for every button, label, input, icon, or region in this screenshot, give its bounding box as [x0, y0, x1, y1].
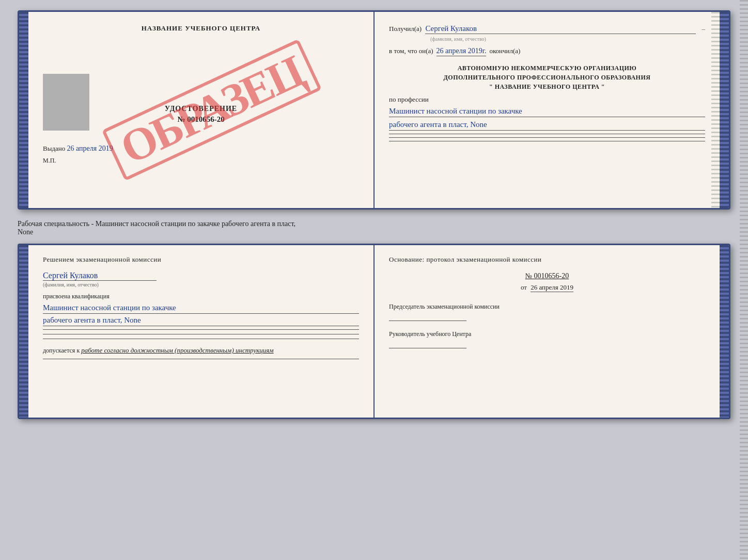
bottom-sep2 — [43, 334, 359, 334]
dopusk-value: работе согласно должностным (производств… — [81, 346, 273, 354]
osnovanie-label: Основание: протокол экзаменационной коми… — [389, 255, 705, 264]
ot-label: от — [521, 283, 527, 291]
dopusk-row: допускается к работе согласно должностны… — [43, 346, 359, 355]
separator1 — [389, 134, 705, 134]
top-document: НАЗВАНИЕ УЧЕБНОГО ЦЕНТРА ОБРАЗЕЦ УДОСТОВ… — [18, 10, 730, 210]
vtom-row: в том, что он(а) 26 апреля 2019г. окончи… — [389, 47, 705, 56]
bottom-number: № 0010656-20 — [389, 272, 705, 280]
bottom-date-row: от 26 апреля 2019 — [389, 283, 705, 292]
bottom-right-page: Основание: протокол экзаменационной коми… — [375, 245, 720, 418]
bottom-sep3 — [43, 339, 359, 339]
bottom-profession-line2: рабочего агента в пласт, None — [43, 316, 359, 326]
rukovoditel-sig-line — [389, 348, 466, 348]
cert-number: № 0010656-20 — [43, 115, 359, 124]
bottom-sep4 — [43, 359, 359, 359]
udostoverenie-label: УДОСТОВЕРЕНИЕ — [43, 105, 359, 113]
org-line1: АВТОНОМНУЮ НЕКОММЕРЧЕСКУЮ ОРГАНИЗАЦИЮ — [389, 63, 705, 73]
mp-label: М.П. — [43, 157, 359, 165]
po-professii-label: по профессии — [389, 95, 705, 104]
top-right-page: Получил(а) Сергей Кулаков – (фамилия, им… — [375, 12, 720, 208]
cert-school-name: НАЗВАНИЕ УЧЕБНОГО ЦЕНТРА — [43, 24, 359, 33]
org-line3: " НАЗВАНИЕ УЧЕБНОГО ЦЕНТРА " — [389, 82, 705, 91]
vydano-row: Выдано 26 апреля 2019 — [43, 145, 359, 153]
vydano-date: 26 апреля 2019 — [67, 145, 113, 152]
predsedatel-label: Председатель экзаменационной комиссии — [389, 302, 705, 311]
top-left-page: НАЗВАНИЕ УЧЕБНОГО ЦЕНТРА ОБРАЗЕЦ УДОСТОВ… — [28, 12, 375, 208]
profession-line1: Машинист насосной станции по закачке — [389, 107, 705, 117]
bottom-left-border — [19, 245, 28, 418]
vtom-date: 26 апреля 2019г. — [437, 47, 487, 56]
poluchil-name: Сергей Кулаков — [425, 24, 695, 34]
ot-date: 26 апреля 2019 — [531, 283, 573, 292]
bottom-left-page: Решением экзаменационной комиссии Сергей… — [28, 245, 375, 418]
right-border-decoration — [720, 12, 729, 208]
bottom-profession-line1: Машинист насосной станции по закачке — [43, 303, 359, 314]
right-edge-decoration — [711, 12, 720, 208]
between-line2: None — [18, 228, 730, 236]
separator3 — [389, 141, 705, 141]
bottom-name: Сергей Кулаков — [43, 271, 157, 281]
profession-line2: рабочего агента в пласт, None — [389, 120, 705, 131]
resheniem-label: Решением экзаменационной комиссии — [43, 255, 359, 264]
familiya-hint: (фамилия, имя, отчество) — [430, 36, 705, 42]
org-name-block: АВТОНОМНУЮ НЕКОММЕРЧЕСКУЮ ОРГАНИЗАЦИЮ ДО… — [389, 63, 705, 91]
poluchil-label: Получил(а) — [389, 25, 422, 33]
vtom-label: в том, что он(а) — [389, 47, 433, 55]
bottom-right-border — [720, 245, 729, 418]
vydano-label: Выдано — [43, 145, 65, 152]
predsedatel-sig-line — [389, 321, 466, 321]
bottom-familiya-hint: (фамилия, имя, отчество) — [43, 282, 359, 287]
separator2 — [389, 137, 705, 138]
dopusk-label: допускается к — [43, 347, 80, 354]
poluchil-row: Получил(а) Сергей Кулаков – — [389, 24, 705, 34]
between-line1: Рабочая специальность - Машинист насосно… — [18, 220, 730, 228]
photo-placeholder — [43, 74, 89, 131]
rukovoditel-label: Руководитель учебного Центра — [389, 329, 705, 339]
bottom-document: Решением экзаменационной комиссии Сергей… — [18, 244, 730, 419]
between-text-block: Рабочая специальность - Машинист насосно… — [18, 218, 730, 238]
okonchil-label: окончил(а) — [489, 47, 520, 55]
prisvoena-label: присвоена квалификация — [43, 293, 359, 300]
bottom-sep1 — [43, 329, 359, 330]
left-border-decoration — [19, 12, 28, 208]
org-line2: ДОПОЛНИТЕЛЬНОГО ПРОФЕССИОНАЛЬНОГО ОБРАЗО… — [389, 73, 705, 82]
